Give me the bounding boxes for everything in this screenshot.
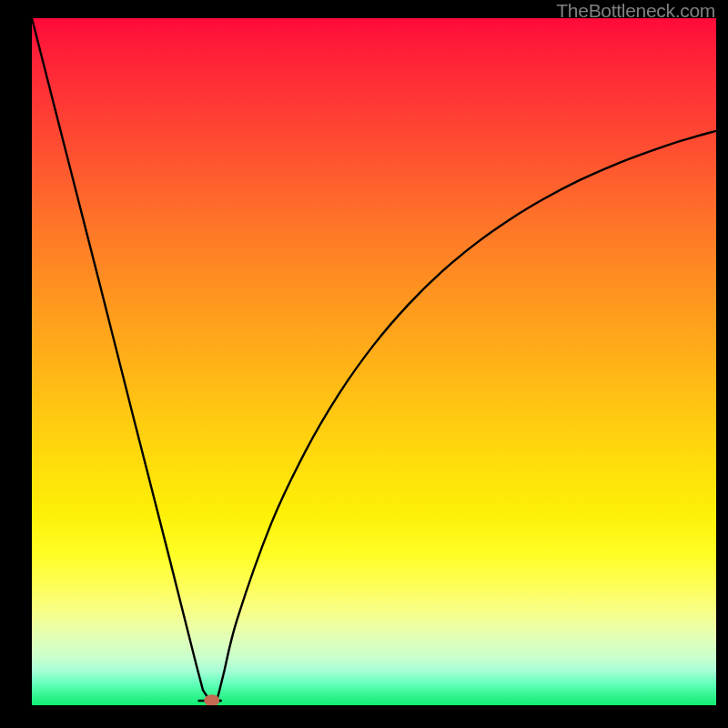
chart-frame: TheBottleneck.com [0,0,728,728]
curve-left-descent [32,18,210,701]
curve-right-arc [213,131,716,703]
plot-area [32,18,716,705]
chart-svg [32,18,716,705]
attribution-text: TheBottleneck.com [556,0,715,22]
